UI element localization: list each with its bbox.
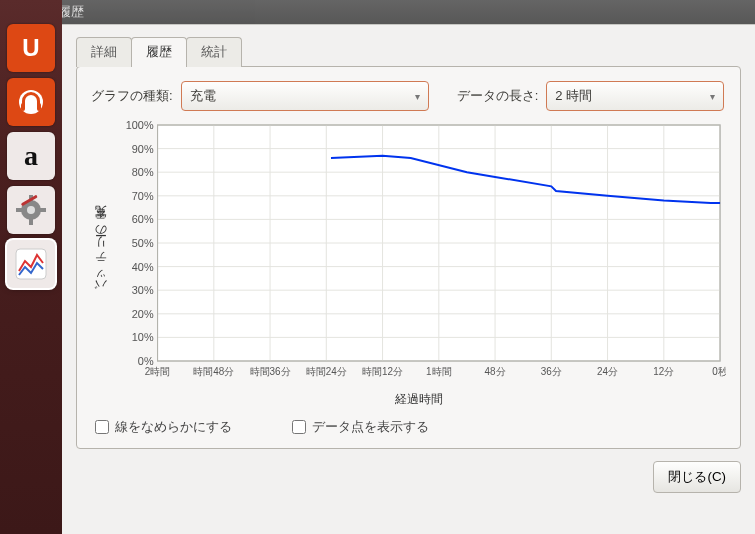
data-length-label: データの長さ: [457,87,539,105]
chevron-down-icon: ▾ [415,91,420,102]
svg-text:80%: 80% [132,166,154,178]
launcher-power-stats[interactable] [7,240,55,288]
svg-text:2時間: 2時間 [145,366,170,377]
dialog-footer: 閉じる(C) [62,449,755,493]
smooth-line-label: 線をなめらかにする [115,418,232,436]
close-button[interactable]: 閉じる(C) [653,461,741,493]
svg-text:0秒: 0秒 [712,366,726,377]
svg-text:90%: 90% [132,143,154,155]
chevron-down-icon: ▾ [710,91,715,102]
svg-text:70%: 70% [132,190,154,202]
svg-rect-7 [16,208,22,212]
smooth-line-input[interactable] [95,420,109,434]
smooth-line-checkbox[interactable]: 線をなめらかにする [95,418,232,436]
graph-type-value: 充電 [190,87,216,105]
show-points-input[interactable] [292,420,306,434]
svg-text:50%: 50% [132,237,154,249]
power-history-window: 詳細 履歴 統計 グラフの種類: 充電 ▾ データの長さ: 2 時間 ▾ バッテ… [62,24,755,534]
chart-xlabel: 経過時間 [112,391,726,408]
svg-text:時間48分: 時間48分 [193,366,234,377]
tab-history[interactable]: 履歴 [131,37,187,67]
svg-text:12分: 12分 [653,366,674,377]
svg-text:1時間: 1時間 [426,366,451,377]
svg-text:40%: 40% [132,261,154,273]
svg-text:60%: 60% [132,213,154,225]
window-titlebar: バイスの履歴 [0,0,755,24]
controls-row: グラフの種類: 充電 ▾ データの長さ: 2 時間 ▾ [91,81,726,111]
history-panel: グラフの種類: 充電 ▾ データの長さ: 2 時間 ▾ バッテリーの充電 100… [76,66,741,449]
svg-text:時間36分: 時間36分 [250,366,291,377]
svg-rect-1 [21,103,25,111]
svg-text:24分: 24分 [597,366,618,377]
chart-options: 線をなめらかにする データ点を表示する [91,418,726,436]
svg-text:10%: 10% [132,331,154,343]
launcher-amazon[interactable]: a [7,132,55,180]
graph-type-label: グラフの種類: [91,87,173,105]
show-points-label: データ点を表示する [312,418,429,436]
launcher-settings[interactable] [7,186,55,234]
tab-bar: 詳細 履歴 統計 [62,25,755,67]
svg-text:30%: 30% [132,284,154,296]
svg-rect-8 [40,208,46,212]
launcher-ubuntu-one[interactable] [7,78,55,126]
battery-charge-chart: 100%90%80%70%60%50%40%30%20%10%0%2時間時間48… [112,119,726,389]
show-points-checkbox[interactable]: データ点を表示する [292,418,429,436]
svg-text:時間24分: 時間24分 [306,366,347,377]
chart-area: バッテリーの充電 100%90%80%70%60%50%40%30%20%10%… [91,119,726,408]
svg-text:20%: 20% [132,308,154,320]
svg-text:48分: 48分 [485,366,506,377]
chart-ylabel: バッテリーの充電 [91,119,112,408]
launcher-ubuntu-software[interactable]: U [7,24,55,72]
svg-rect-6 [29,219,33,225]
svg-rect-2 [37,103,41,111]
svg-text:時間12分: 時間12分 [362,366,403,377]
svg-point-4 [27,206,35,214]
graph-type-combobox[interactable]: 充電 ▾ [181,81,429,111]
data-length-value: 2 時間 [555,87,592,105]
tab-stats[interactable]: 統計 [186,37,242,67]
svg-text:36分: 36分 [541,366,562,377]
svg-text:100%: 100% [126,119,154,131]
data-length-combobox[interactable]: 2 時間 ▾ [546,81,724,111]
unity-launcher: Ua [0,0,62,534]
tab-detail[interactable]: 詳細 [76,37,132,67]
